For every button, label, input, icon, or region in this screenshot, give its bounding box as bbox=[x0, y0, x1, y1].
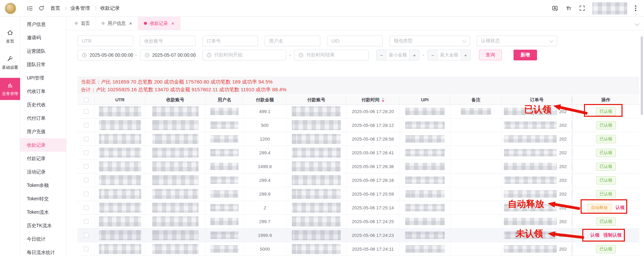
sidebar-item-6[interactable]: 历史代收 bbox=[20, 98, 66, 111]
row-checkbox[interactable] bbox=[84, 109, 89, 114]
pay-time-cell: 2025-05-06 17:24:25 bbox=[346, 215, 399, 228]
sidebar-item-8[interactable]: 用户充值 bbox=[20, 125, 66, 138]
tab-2[interactable]: 收款记录× bbox=[138, 17, 180, 30]
add-button[interactable]: 新增 bbox=[514, 50, 537, 60]
sidebar-item-1[interactable]: 邀请码 bbox=[20, 31, 66, 44]
row-checkbox[interactable] bbox=[84, 150, 89, 155]
redacted-utr bbox=[99, 244, 141, 254]
sidebar-item-13[interactable]: Token转交 bbox=[20, 192, 66, 205]
filter-row-1: 钱包类型认领状态 bbox=[77, 36, 557, 46]
row-checkbox[interactable] bbox=[84, 233, 89, 238]
receive-account-cell bbox=[145, 146, 206, 159]
filter-input-3[interactable] bbox=[265, 36, 320, 46]
sidebar-item-16[interactable]: 今日统计 bbox=[20, 232, 66, 246]
column-header-4: 付款账号 bbox=[286, 95, 346, 105]
rail-item-settings[interactable]: 基础设置 bbox=[0, 52, 20, 74]
row-checkbox[interactable] bbox=[84, 247, 89, 251]
sidebar-item-9[interactable]: 收款记录 bbox=[20, 138, 66, 152]
receive-account-cell bbox=[145, 173, 206, 187]
row-checkbox[interactable] bbox=[84, 192, 89, 196]
breadcrumb-home[interactable]: 首页 bbox=[50, 5, 60, 11]
refresh-icon[interactable] bbox=[36, 3, 47, 14]
pay-time-start-input[interactable]: 付款时间开始 bbox=[202, 50, 286, 60]
row-checkbox[interactable] bbox=[84, 164, 89, 169]
rail-item-label: 首页 bbox=[6, 39, 14, 44]
date-from-input[interactable]: 2025-05-06 00:00:00 bbox=[77, 50, 132, 60]
font-size-icon[interactable]: TT bbox=[563, 3, 574, 14]
row-checkbox[interactable] bbox=[84, 137, 89, 141]
amount-value: 299.9 bbox=[259, 192, 271, 197]
username-cell bbox=[206, 173, 244, 187]
rail-item-business[interactable]: 业务管理 bbox=[0, 78, 20, 100]
redacted-pay-account bbox=[292, 175, 341, 185]
filter-select-1[interactable]: 认领状态 bbox=[477, 36, 557, 46]
min-amount-placeholder[interactable]: 最小金额 bbox=[386, 50, 409, 60]
filter-input-1[interactable] bbox=[140, 36, 196, 46]
table-row-3: 299.42025-05-06 17:26:41202已认领 bbox=[77, 146, 639, 160]
pay-time-end-input[interactable]: 付款时间结束 bbox=[294, 50, 369, 60]
filter-input-2[interactable] bbox=[202, 36, 258, 46]
tab-close-icon[interactable]: × bbox=[129, 21, 132, 26]
redacted-utr bbox=[99, 106, 141, 116]
select-all-checkbox[interactable] bbox=[84, 98, 89, 102]
sidebar-item-12[interactable]: Token余额 bbox=[20, 178, 66, 192]
sidebar-item-4[interactable]: UPI管理 bbox=[20, 71, 66, 85]
sidebar-item-label: 运营团队 bbox=[27, 48, 46, 54]
minus-button[interactable]: − bbox=[428, 50, 438, 60]
sidebar-item-label: 收款记录 bbox=[27, 142, 46, 148]
row-checkbox[interactable] bbox=[84, 219, 89, 224]
tab-0[interactable]: 首页 bbox=[69, 17, 96, 30]
breadcrumb-business[interactable]: 业务管理 bbox=[70, 5, 90, 11]
rail-item-home[interactable]: 首页 bbox=[0, 25, 20, 48]
sidebar-item-7[interactable]: 代付订单 bbox=[20, 111, 66, 125]
max-amount-placeholder[interactable]: 最大金额 bbox=[438, 50, 461, 60]
plus-button[interactable]: + bbox=[461, 50, 470, 60]
amount-value: 1999.9 bbox=[258, 233, 272, 238]
upi-cell bbox=[399, 118, 450, 132]
redacted-username bbox=[210, 204, 238, 211]
pay-time-cell: 2025-05-06 17:28:20 bbox=[346, 105, 399, 118]
redacted-pay-account bbox=[292, 203, 341, 213]
search-button[interactable]: 查询 bbox=[479, 50, 502, 60]
clock-icon bbox=[207, 53, 212, 58]
minus-button[interactable]: − bbox=[377, 50, 386, 60]
sidebar-item-10[interactable]: 付款记录 bbox=[20, 152, 66, 165]
row-checkbox[interactable] bbox=[84, 205, 89, 210]
filter-input-0[interactable] bbox=[77, 36, 133, 46]
sidebar-item-label: 付款记录 bbox=[27, 156, 46, 161]
date-to-input[interactable]: 2025-05-07 00:00:00 bbox=[140, 50, 195, 60]
sidebar-item-3[interactable]: 团队日常 bbox=[20, 58, 66, 71]
tab-1[interactable]: 用户信息× bbox=[96, 17, 138, 30]
row-checkbox[interactable] bbox=[84, 123, 89, 127]
plus-button[interactable]: + bbox=[409, 50, 419, 60]
redacted-note bbox=[461, 108, 491, 115]
more-menu-icon[interactable] bbox=[632, 5, 639, 11]
amount-cell: 299.4 bbox=[244, 173, 286, 187]
sidebar-item-5[interactable]: 代收订单 bbox=[20, 85, 66, 98]
utr-cell bbox=[95, 228, 145, 242]
translate-icon[interactable] bbox=[549, 3, 561, 14]
sidebar-item-14[interactable]: Token流水 bbox=[20, 205, 66, 219]
receive-account-cell bbox=[145, 118, 206, 132]
sidebar-item-label: 代收订单 bbox=[27, 89, 46, 94]
sidebar-item-11[interactable]: 活动记录 bbox=[20, 165, 66, 178]
row-checkbox[interactable] bbox=[84, 178, 89, 183]
tab-close-icon[interactable]: × bbox=[171, 21, 174, 26]
note-cell bbox=[450, 187, 502, 201]
sort-icon[interactable] bbox=[382, 98, 384, 102]
sidebar-item-2[interactable]: 运营团队 bbox=[20, 44, 66, 58]
vertical-scrollbar[interactable] bbox=[641, 36, 643, 115]
filter-input-4[interactable] bbox=[327, 36, 383, 46]
tabbar-chevron-down-icon[interactable] bbox=[635, 21, 639, 26]
filter-select-0[interactable]: 钱包类型 bbox=[389, 36, 470, 46]
breadcrumb-current: 收款记录 bbox=[100, 5, 120, 11]
user-avatar[interactable] bbox=[592, 2, 627, 14]
sidebar-collapse-icon[interactable] bbox=[24, 3, 36, 14]
table-row-4: 1499.82025-05-06 17:26:36202已认领 bbox=[77, 160, 639, 173]
column-header-5: 付款时间 bbox=[346, 95, 399, 105]
fullscreen-icon[interactable] bbox=[576, 3, 588, 14]
sidebar-item-15[interactable]: 历史TK流水 bbox=[20, 219, 66, 232]
sidebar-item-17[interactable]: 每日流水统计 bbox=[20, 246, 66, 256]
sidebar-item-0[interactable]: 用户信息 bbox=[20, 17, 66, 31]
redacted-username bbox=[210, 121, 238, 129]
